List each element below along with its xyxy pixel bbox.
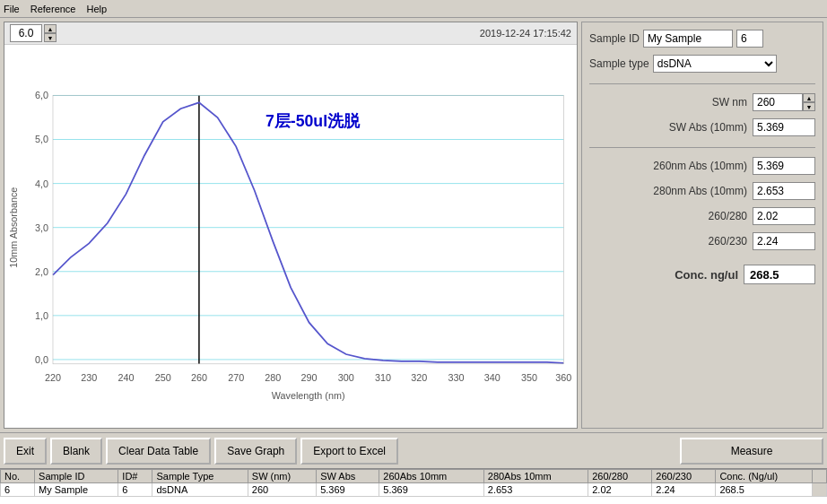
- table-header: 280Abs 10mm: [483, 470, 588, 483]
- svg-text:220: 220: [45, 372, 61, 383]
- sample-id-row: Sample ID: [589, 30, 815, 48]
- svg-text:330: 330: [448, 372, 465, 383]
- data-table: No.Sample IDID#Sample TypeSW (nm)SW Abs2…: [0, 469, 827, 497]
- main-area: ▲ ▼ 2019-12-24 17:15:42 6,0 5,0 4,0 3,0 …: [0, 18, 827, 432]
- chart-svg: 6,0 5,0 4,0 3,0 2,0 1,0 0,0 10mm Absorba…: [4, 45, 577, 428]
- svg-text:3,0: 3,0: [35, 222, 48, 233]
- ratio260280-row: 260/280 2.02: [589, 207, 815, 225]
- sw-abs-label: SW Abs (10mm): [640, 121, 747, 134]
- table-cell: 6: [118, 483, 152, 497]
- table-cell: 2.653: [483, 483, 588, 497]
- sw-nm-input[interactable]: [753, 93, 803, 111]
- svg-rect-0: [4, 51, 577, 421]
- save-graph-button[interactable]: Save Graph: [214, 438, 297, 465]
- table-body: 6My Sample6dsDNA2605.3695.3692.6532.022.…: [1, 483, 827, 497]
- svg-text:230: 230: [81, 372, 97, 383]
- spinner-buttons: ▲ ▼: [44, 24, 57, 42]
- svg-text:270: 270: [228, 372, 244, 383]
- sample-num-input[interactable]: [736, 30, 763, 48]
- table-header: ID#: [118, 470, 152, 483]
- ratio260230-label: 260/230: [640, 235, 747, 248]
- table-header: Sample ID: [35, 470, 118, 483]
- table-cell: 2.24: [652, 483, 716, 497]
- sw-abs-row: SW Abs (10mm) 5.369: [589, 118, 815, 136]
- svg-text:320: 320: [411, 372, 427, 383]
- sw-nm-up[interactable]: ▲: [803, 93, 815, 102]
- sample-type-select[interactable]: dsDNA ssDNA RNA Protein: [653, 55, 777, 73]
- svg-text:280: 280: [265, 372, 281, 383]
- button-bar: Exit Blank Clear Data Table Save Graph E…: [0, 432, 827, 468]
- svg-text:240: 240: [118, 372, 134, 383]
- abs280-value: 2.653: [753, 182, 815, 200]
- sw-abs-value: 5.369: [753, 118, 815, 136]
- ratio260280-value: 2.02: [753, 207, 815, 225]
- svg-text:4,0: 4,0: [35, 178, 48, 189]
- svg-text:Wavelength (nm): Wavelength (nm): [272, 390, 345, 401]
- svg-text:0,0: 0,0: [35, 354, 48, 365]
- svg-text:6,0: 6,0: [35, 90, 48, 100]
- svg-text:340: 340: [484, 372, 501, 383]
- ratio260230-row: 260/230 2.24: [589, 232, 815, 250]
- table-header: Conc. (Ng/ul): [716, 470, 813, 483]
- sw-nm-row: SW nm ▲ ▼: [589, 93, 815, 111]
- svg-text:260: 260: [191, 372, 207, 383]
- menubar: File Reference Help: [0, 0, 827, 18]
- svg-text:300: 300: [338, 372, 354, 383]
- table-header: 260/230: [652, 470, 716, 483]
- svg-text:10mm Absorbance: 10mm Absorbance: [8, 187, 19, 268]
- sw-nm-down[interactable]: ▼: [803, 102, 815, 111]
- svg-text:5,0: 5,0: [35, 134, 48, 144]
- abs280-label: 280nm Abs (10mm): [640, 185, 747, 197]
- sw-nm-spinner: ▲ ▼: [753, 93, 815, 111]
- spinner-down[interactable]: ▼: [44, 33, 57, 42]
- table-header: 260Abs 10mm: [379, 470, 483, 483]
- table-header: SW Abs: [317, 470, 379, 483]
- table-cell: 2.02: [588, 483, 652, 497]
- sample-type-label: Sample type: [589, 57, 649, 70]
- abs260-value: 5.369: [753, 157, 815, 175]
- scrollbar-header: [813, 470, 827, 483]
- table-cell: dsDNA: [152, 483, 248, 497]
- table-cell: 5.369: [379, 483, 483, 497]
- table-header: 260/280: [588, 470, 652, 483]
- scrollbar-cell[interactable]: [813, 483, 827, 497]
- menu-file[interactable]: File: [4, 4, 20, 14]
- menu-reference[interactable]: Reference: [30, 4, 76, 14]
- menu-help[interactable]: Help: [87, 4, 108, 14]
- right-panel: Sample ID Sample type dsDNA ssDNA RNA Pr…: [581, 22, 823, 429]
- ratio260280-label: 260/280: [640, 210, 747, 222]
- abs260-label: 260nm Abs (10mm): [640, 160, 747, 172]
- y-scale-spinner[interactable]: ▲ ▼: [10, 24, 57, 42]
- clear-data-button[interactable]: Clear Data Table: [106, 438, 211, 465]
- measure-button[interactable]: Measure: [680, 438, 823, 465]
- graph-area: ▲ ▼ 2019-12-24 17:15:42 6,0 5,0 4,0 3,0 …: [4, 22, 578, 429]
- conc-value: 268.5: [744, 265, 815, 284]
- graph-header: ▲ ▼ 2019-12-24 17:15:42: [4, 22, 577, 45]
- export-button[interactable]: Export to Excel: [300, 438, 398, 465]
- svg-text:250: 250: [155, 372, 171, 383]
- blank-button[interactable]: Blank: [50, 438, 102, 465]
- table-cell: 6: [1, 483, 35, 497]
- table-header: No.: [1, 470, 35, 483]
- data-table-wrap: No.Sample IDID#Sample TypeSW (nm)SW Abs2…: [0, 468, 827, 504]
- svg-text:1,0: 1,0: [35, 310, 48, 321]
- table-cell: 260: [248, 483, 316, 497]
- table-header: SW (nm): [248, 470, 316, 483]
- conc-row: Conc. ng/ul 268.5: [589, 265, 815, 284]
- graph-timestamp: 2019-12-24 17:15:42: [480, 28, 571, 39]
- table-cell: 268.5: [716, 483, 813, 497]
- spinner-up[interactable]: ▲: [44, 24, 57, 33]
- svg-text:350: 350: [521, 372, 537, 383]
- sample-id-label: Sample ID: [589, 32, 640, 45]
- sample-id-input[interactable]: [643, 30, 733, 48]
- table-header: Sample Type: [152, 470, 248, 483]
- exit-button[interactable]: Exit: [4, 438, 47, 465]
- abs280-row: 280nm Abs (10mm) 2.653: [589, 182, 815, 200]
- y-scale-input[interactable]: [10, 24, 42, 42]
- svg-text:310: 310: [375, 372, 391, 383]
- svg-text:290: 290: [301, 372, 318, 383]
- ratio260230-value: 2.24: [753, 232, 815, 250]
- table-row[interactable]: 6My Sample6dsDNA2605.3695.3692.6532.022.…: [1, 483, 827, 497]
- abs260-row: 260nm Abs (10mm) 5.369: [589, 157, 815, 175]
- sw-nm-label: SW nm: [640, 96, 747, 109]
